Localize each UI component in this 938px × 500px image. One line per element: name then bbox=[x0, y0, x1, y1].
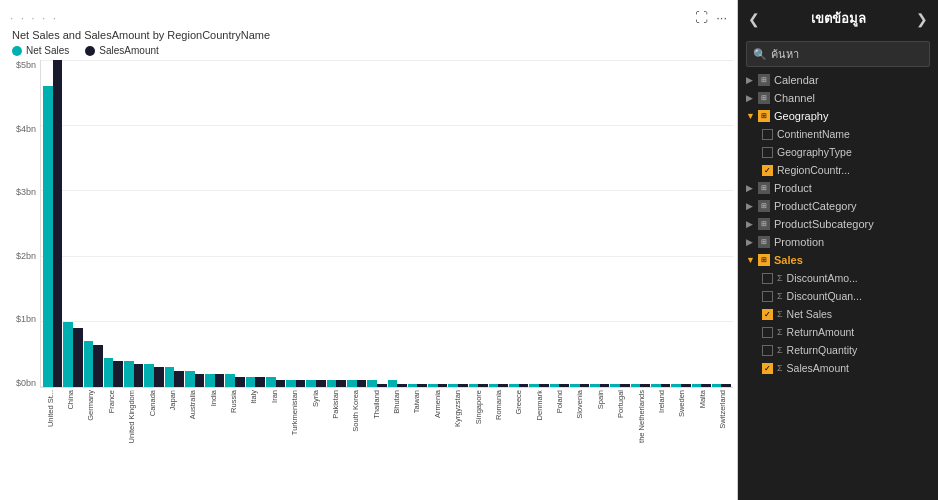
bar-group[interactable] bbox=[610, 60, 629, 387]
x-label-text: Armenia bbox=[433, 390, 442, 418]
bar-group[interactable] bbox=[266, 60, 285, 387]
x-axis-label: Kyrgyzstan bbox=[448, 388, 468, 468]
bar-salesamount bbox=[377, 384, 387, 387]
field-checkbox[interactable] bbox=[762, 273, 773, 284]
bar-group[interactable] bbox=[306, 60, 325, 387]
field-checkbox[interactable]: ✓ bbox=[762, 363, 773, 374]
field-checkbox[interactable]: ✓ bbox=[762, 165, 773, 176]
bar-group[interactable] bbox=[550, 60, 569, 387]
field-checkbox[interactable] bbox=[762, 147, 773, 158]
sidebar-subitem-continentname[interactable]: ContinentName bbox=[738, 125, 938, 143]
sigma-icon: Σ bbox=[777, 309, 783, 319]
bar-group[interactable] bbox=[570, 60, 589, 387]
bar-group[interactable] bbox=[347, 60, 366, 387]
sidebar-scroll-area[interactable]: ▶⊞Calendar▶⊞Channel▼⊞GeographyContinentN… bbox=[738, 71, 938, 500]
bar-group[interactable] bbox=[631, 60, 650, 387]
x-label-text: Canada bbox=[148, 390, 157, 416]
bar-group[interactable] bbox=[205, 60, 224, 387]
sidebar-item-productcategory[interactable]: ▶⊞ProductCategory bbox=[738, 197, 938, 215]
bar-group[interactable] bbox=[327, 60, 346, 387]
sidebar-subitem-geographytype[interactable]: GeographyType bbox=[738, 143, 938, 161]
bar-salesamount bbox=[640, 384, 650, 387]
search-input[interactable]: ค้นหา bbox=[771, 45, 923, 63]
field-label: ContinentName bbox=[777, 128, 930, 140]
x-label-text: Singapore bbox=[474, 390, 483, 424]
bar-netsales bbox=[469, 384, 479, 387]
bar-group[interactable] bbox=[651, 60, 670, 387]
bar-group[interactable] bbox=[225, 60, 244, 387]
sidebar-item-promotion[interactable]: ▶⊞Promotion bbox=[738, 233, 938, 251]
x-axis-label: Bhutan bbox=[386, 388, 406, 468]
bar-netsales bbox=[529, 384, 539, 387]
expand-icon[interactable]: ⛶ bbox=[695, 10, 708, 25]
bar-group[interactable] bbox=[529, 60, 548, 387]
x-label-text: Syria bbox=[311, 390, 320, 407]
bar-group[interactable] bbox=[509, 60, 528, 387]
sidebar-item-sales[interactable]: ▼⊞Sales bbox=[738, 251, 938, 269]
field-checkbox[interactable]: ✓ bbox=[762, 309, 773, 320]
bar-group[interactable] bbox=[246, 60, 265, 387]
bar-netsales bbox=[225, 374, 235, 387]
bar-group[interactable] bbox=[489, 60, 508, 387]
sidebar-subitem-salesamount[interactable]: ✓ΣSalesAmount bbox=[738, 359, 938, 377]
sidebar-item-calendar[interactable]: ▶⊞Calendar bbox=[738, 71, 938, 89]
table-icon: ⊞ bbox=[758, 236, 770, 248]
field-checkbox[interactable] bbox=[762, 327, 773, 338]
sidebar-subitem-returnamount[interactable]: ΣReturnAmount bbox=[738, 323, 938, 341]
more-icon[interactable]: ··· bbox=[716, 10, 727, 25]
sigma-icon: Σ bbox=[777, 291, 783, 301]
bar-group[interactable] bbox=[63, 60, 82, 387]
sidebar-item-product[interactable]: ▶⊞Product bbox=[738, 179, 938, 197]
bar-netsales bbox=[185, 371, 195, 387]
bar-salesamount bbox=[195, 374, 205, 387]
sidebar-subitem-regioncountr-[interactable]: ✓RegionCountr... bbox=[738, 161, 938, 179]
x-label-text: Taiwan bbox=[412, 390, 421, 413]
drag-handle: · · · · · bbox=[10, 11, 58, 25]
sidebar-item-channel[interactable]: ▶⊞Channel bbox=[738, 89, 938, 107]
sidebar-subitem-returnquantity[interactable]: ΣReturnQuantity bbox=[738, 341, 938, 359]
bar-netsales bbox=[692, 384, 702, 387]
bar-group[interactable] bbox=[43, 60, 62, 387]
sidebar-expand-button[interactable]: ❯ bbox=[916, 11, 928, 27]
table-icon: ⊞ bbox=[758, 218, 770, 230]
bar-group[interactable] bbox=[408, 60, 427, 387]
bar-group[interactable] bbox=[469, 60, 488, 387]
field-checkbox[interactable] bbox=[762, 129, 773, 140]
bar-group[interactable] bbox=[124, 60, 143, 387]
legend-dot-salesamount bbox=[85, 46, 95, 56]
bar-group[interactable] bbox=[428, 60, 447, 387]
bar-group[interactable] bbox=[165, 60, 184, 387]
tree-arrow-icon: ▶ bbox=[746, 75, 754, 85]
bar-group[interactable] bbox=[590, 60, 609, 387]
field-checkbox[interactable] bbox=[762, 291, 773, 302]
x-axis-label: United St... bbox=[40, 388, 60, 468]
x-axis-label: China bbox=[60, 388, 80, 468]
bar-group[interactable] bbox=[692, 60, 711, 387]
sidebar-subitem-discountquan-[interactable]: ΣDiscountQuan... bbox=[738, 287, 938, 305]
bar-group[interactable] bbox=[286, 60, 305, 387]
sidebar-collapse-button[interactable]: ❮ bbox=[748, 11, 760, 27]
bar-group[interactable] bbox=[388, 60, 407, 387]
field-label: DiscountQuan... bbox=[787, 290, 930, 302]
bar-group[interactable] bbox=[185, 60, 204, 387]
x-axis-label: Singapore bbox=[468, 388, 488, 468]
x-axis-label: Spain bbox=[590, 388, 610, 468]
sidebar-subitem-discountamo-[interactable]: ΣDiscountAmo... bbox=[738, 269, 938, 287]
sidebar-subitem-net-sales[interactable]: ✓ΣNet Sales bbox=[738, 305, 938, 323]
bar-netsales bbox=[347, 380, 357, 387]
bar-group[interactable] bbox=[712, 60, 731, 387]
sidebar-item-productsubcategory[interactable]: ▶⊞ProductSubcategory bbox=[738, 215, 938, 233]
search-box[interactable]: 🔍 ค้นหา bbox=[746, 41, 930, 67]
bar-group[interactable] bbox=[144, 60, 163, 387]
bar-group[interactable] bbox=[671, 60, 690, 387]
chart-container: $0bn$1bn$2bn$3bn$4bn$5bn United St...Chi… bbox=[4, 60, 733, 468]
sidebar-item-geography[interactable]: ▼⊞Geography bbox=[738, 107, 938, 125]
x-axis-label: France bbox=[101, 388, 121, 468]
field-checkbox[interactable] bbox=[762, 345, 773, 356]
bar-group[interactable] bbox=[104, 60, 123, 387]
bar-group[interactable] bbox=[448, 60, 467, 387]
x-axis-label: Australia bbox=[183, 388, 203, 468]
bar-group[interactable] bbox=[84, 60, 103, 387]
bar-group[interactable] bbox=[367, 60, 386, 387]
tree-arrow-icon: ▶ bbox=[746, 219, 754, 229]
